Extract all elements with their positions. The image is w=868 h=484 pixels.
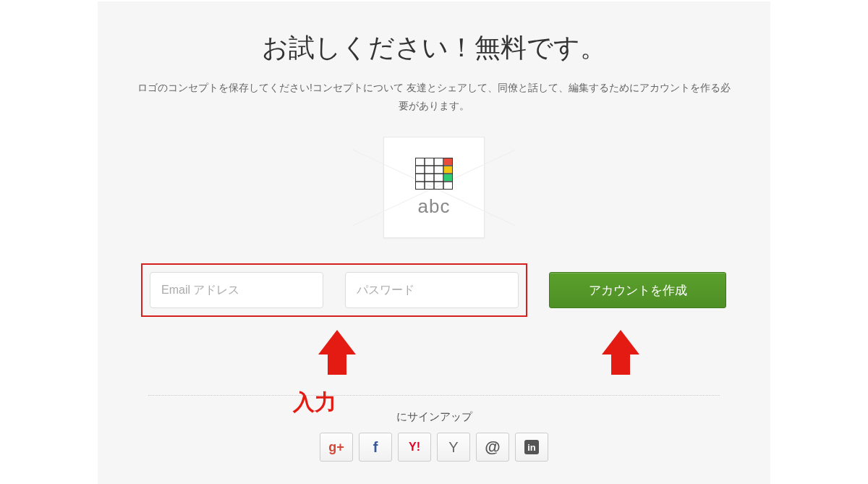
logo-preview-card: abc — [383, 137, 485, 238]
email-field[interactable] — [150, 272, 323, 308]
social-signup-section: にサインアップ g+ f Y! Y @ in — [98, 410, 770, 462]
arrow-icon — [318, 330, 356, 354]
signup-panel: お試しください！無料です。 ロゴのコンセプトを保存してください!コンセプトについ… — [98, 1, 770, 484]
linkedin-icon: in — [524, 440, 539, 454]
arrow-icon — [602, 330, 639, 354]
annotation-input-label: 入力 — [293, 388, 336, 417]
input-highlight-box — [141, 263, 527, 317]
svg-rect-9 — [444, 174, 452, 181]
yahoo-icon: Y — [448, 439, 458, 456]
linkedin-button[interactable]: in — [515, 433, 548, 462]
social-signup-label: にサインアップ — [98, 410, 770, 424]
password-field[interactable] — [345, 272, 519, 308]
signup-form-row: アカウントを作成 — [141, 263, 727, 317]
yahoo-jp-button[interactable]: Y! — [398, 433, 431, 462]
page-subtitle: ロゴのコンセプトを保存してください!コンセプトについて 友達とシェアして、同僚と… — [137, 79, 731, 115]
logo-text: abc — [418, 195, 451, 218]
svg-rect-7 — [444, 158, 452, 165]
grid-icon — [415, 158, 453, 192]
page-title: お試しください！無料です。 — [98, 30, 770, 66]
svg-rect-8 — [444, 166, 452, 173]
yahoo-jp-icon: Y! — [409, 441, 420, 454]
email-button[interactable]: @ — [476, 433, 509, 462]
yahoo-button[interactable]: Y — [437, 433, 470, 462]
at-icon: @ — [485, 438, 500, 457]
facebook-button[interactable]: f — [359, 433, 392, 462]
social-buttons-row: g+ f Y! Y @ in — [98, 433, 770, 462]
divider — [148, 395, 720, 396]
google-plus-button[interactable]: g+ — [320, 433, 353, 462]
create-account-button[interactable]: アカウントを作成 — [549, 272, 726, 308]
google-plus-icon: g+ — [328, 440, 344, 455]
annotation-arrows: 入力 — [141, 330, 727, 373]
facebook-icon: f — [373, 439, 378, 456]
